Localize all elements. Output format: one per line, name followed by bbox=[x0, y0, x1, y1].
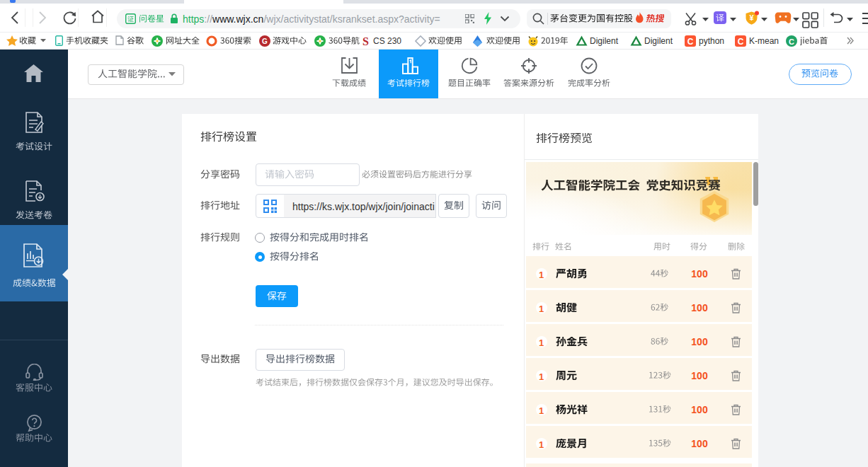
svg-text:¥: ¥ bbox=[749, 13, 754, 22]
svg-text:C: C bbox=[738, 37, 744, 47]
svg-text:S: S bbox=[362, 35, 369, 47]
svg-text:C: C bbox=[687, 37, 694, 47]
svg-text:C: C bbox=[789, 38, 794, 46]
svg-text:G: G bbox=[262, 38, 268, 45]
